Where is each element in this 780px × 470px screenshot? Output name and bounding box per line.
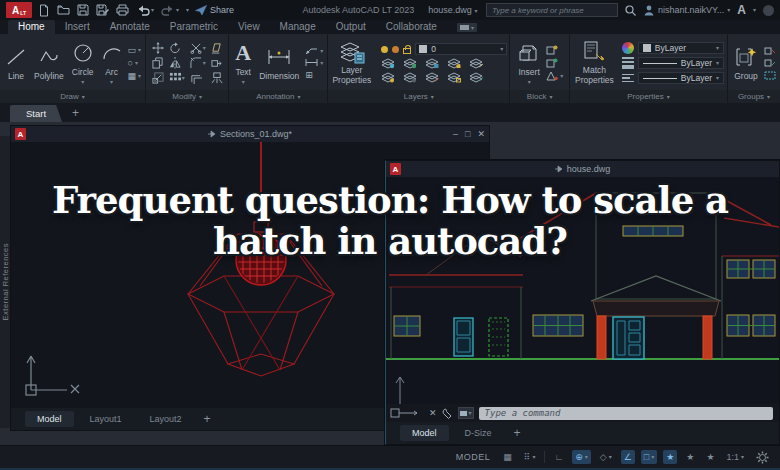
- fillet-tool-icon[interactable]: ▾: [190, 57, 206, 69]
- layer-unlock-icon[interactable]: [403, 48, 411, 54]
- table-tool-icon[interactable]: ⊞: [305, 70, 313, 80]
- offset-tool-icon[interactable]: [190, 72, 206, 84]
- tab-view[interactable]: View: [228, 20, 270, 34]
- object-color-select[interactable]: ByLayer ▾: [638, 42, 724, 54]
- lineweight-select[interactable]: ByLayer ▾: [638, 57, 724, 69]
- explode-tool-icon[interactable]: [211, 72, 223, 84]
- search-input[interactable]: [486, 3, 618, 17]
- house-tab-model[interactable]: Model: [400, 425, 449, 441]
- save-as-icon[interactable]: [96, 4, 109, 16]
- layer-walk-icon[interactable]: [381, 72, 396, 83]
- open-folder-icon[interactable]: [57, 4, 70, 16]
- customization-gear-icon[interactable]: [753, 449, 772, 466]
- leader-tool-icon[interactable]: [305, 46, 318, 55]
- group-selection-icon[interactable]: [764, 71, 776, 80]
- help-icon[interactable]: [763, 5, 774, 16]
- autodesk-logo-icon[interactable]: A: [737, 3, 746, 17]
- plot-icon[interactable]: [116, 4, 129, 16]
- command-wrench-icon[interactable]: [442, 408, 453, 419]
- maximize-icon[interactable]: □: [465, 129, 470, 139]
- polar-tracking-toggle[interactable]: ⊕▾: [572, 450, 591, 464]
- block-attributes-icon[interactable]: [546, 71, 558, 81]
- object-snap-tracking-toggle[interactable]: ∠: [621, 450, 635, 464]
- new-file-icon[interactable]: [38, 4, 50, 17]
- tab-collaborate[interactable]: Collaborate: [376, 20, 447, 34]
- erase-tool-icon[interactable]: [211, 42, 223, 54]
- search-icon[interactable]: [625, 5, 636, 16]
- house-drawing-canvas[interactable]: [386, 177, 779, 404]
- grid-toggle[interactable]: ▦: [500, 450, 515, 464]
- ribbon-display-toggle[interactable]: ▾: [457, 23, 477, 32]
- match-properties-button[interactable]: MatchProperties: [573, 40, 616, 86]
- polyline-tool[interactable]: Polyline: [32, 45, 66, 81]
- hatch-tool-icon[interactable]: ▦: [128, 71, 137, 81]
- layer-off-icon[interactable]: [403, 72, 418, 83]
- sections-tab-model[interactable]: Model: [25, 411, 74, 427]
- object-snap-toggle[interactable]: □▾: [641, 450, 657, 464]
- model-space-indicator[interactable]: MODEL: [456, 452, 491, 462]
- group-edit-icon[interactable]: [764, 59, 776, 68]
- minimize-icon[interactable]: –: [453, 129, 458, 139]
- layer-lock-tool-icon[interactable]: [447, 58, 462, 69]
- share-button[interactable]: Share: [195, 5, 234, 16]
- scale-tool-icon[interactable]: [152, 72, 164, 84]
- undo-caret-icon[interactable]: ▾: [151, 7, 154, 13]
- command-close-icon[interactable]: ✕: [429, 408, 437, 418]
- layer-properties-button[interactable]: LayerProperties: [330, 40, 373, 86]
- sections-window-titlebar[interactable]: A Sections_01.dwg* – □ ✕: [11, 126, 489, 142]
- save-icon[interactable]: [77, 4, 89, 16]
- insert-block-button[interactable]: Insert ▾: [516, 41, 542, 85]
- layer-thaw-icon[interactable]: [425, 72, 440, 83]
- house-new-layout-button[interactable]: +: [508, 426, 527, 440]
- tab-output[interactable]: Output: [326, 20, 376, 34]
- annotation-visibility-toggle[interactable]: ★: [663, 450, 677, 464]
- edit-block-icon[interactable]: [546, 58, 558, 68]
- house-window-titlebar[interactable]: A house.dwg: [386, 161, 779, 177]
- command-input[interactable]: [479, 407, 773, 420]
- layer-on-icon[interactable]: [381, 46, 388, 53]
- circle-tool[interactable]: Circle ▾: [70, 41, 96, 85]
- autodesk-menu-caret-icon[interactable]: ▾: [753, 7, 756, 13]
- layer-isolate-icon[interactable]: [381, 58, 396, 69]
- panel-label-modify[interactable]: Modify▾: [146, 90, 228, 103]
- create-block-icon[interactable]: [546, 45, 558, 55]
- panel-label-properties[interactable]: Properties▾: [570, 90, 727, 103]
- tab-home[interactable]: Home: [8, 20, 55, 34]
- mirror-tool-icon[interactable]: [169, 57, 185, 69]
- linetype-select[interactable]: ByLayer ▾: [638, 72, 724, 84]
- undo-icon[interactable]: ▾: [136, 5, 154, 16]
- dimension-style-icon[interactable]: [305, 58, 318, 67]
- panel-label-block[interactable]: Block▾: [510, 90, 569, 103]
- dimension-tool[interactable]: Dimension: [257, 45, 301, 81]
- tab-insert[interactable]: Insert: [55, 20, 100, 34]
- group-button[interactable]: Group: [732, 45, 760, 81]
- panel-label-draw[interactable]: Draw▾: [0, 90, 145, 103]
- sections-tab-layout2[interactable]: Layout2: [138, 411, 194, 427]
- panel-label-layers[interactable]: Layers▾: [328, 90, 509, 103]
- rotate-tool-icon[interactable]: [169, 42, 185, 54]
- new-drawing-tab-button[interactable]: +: [72, 106, 79, 120]
- tab-annotate[interactable]: Annotate: [100, 20, 160, 34]
- isodraft-toggle[interactable]: ◇▾: [597, 450, 615, 464]
- annotation-scale-button[interactable]: ★: [703, 450, 717, 464]
- move-tool-icon[interactable]: [152, 42, 164, 54]
- layer-unlock-tool-icon[interactable]: [447, 72, 462, 83]
- stretch-tool-icon[interactable]: [211, 57, 223, 69]
- qat-customize-caret-icon[interactable]: ▾: [186, 7, 189, 13]
- array-tool-icon[interactable]: ▾: [169, 72, 185, 84]
- sections-tab-layout1[interactable]: Layout1: [78, 411, 134, 427]
- user-account-menu[interactable]: nishant.naikVY... ▾: [643, 4, 730, 16]
- tab-manage[interactable]: Manage: [270, 20, 326, 34]
- panel-label-annotation[interactable]: Annotation▾: [229, 90, 327, 103]
- rectangle-tool-icon[interactable]: ▭: [128, 45, 137, 55]
- annotation-scale-value[interactable]: 1:1▾: [723, 450, 747, 464]
- layer-current-icon[interactable]: [469, 72, 484, 83]
- copy-tool-icon[interactable]: [152, 57, 164, 69]
- snap-toggle[interactable]: ⠿▾: [521, 450, 539, 464]
- text-tool[interactable]: A Text ▾: [233, 41, 253, 85]
- house-tab-dsize[interactable]: D-Size: [453, 425, 504, 441]
- close-icon[interactable]: ✕: [477, 129, 485, 139]
- ellipse-tool-icon[interactable]: ○: [128, 58, 133, 68]
- ungroup-icon[interactable]: [764, 47, 776, 56]
- tab-parametric[interactable]: Parametric: [160, 20, 228, 34]
